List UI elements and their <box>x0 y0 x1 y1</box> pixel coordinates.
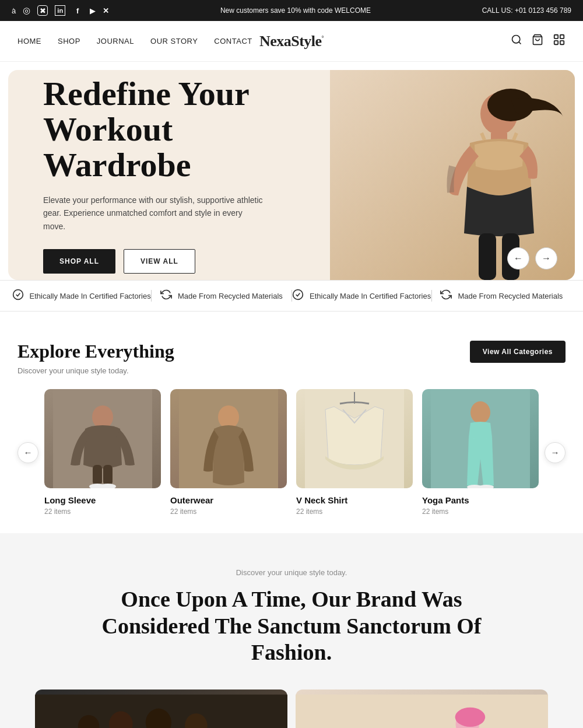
ticker-item-2: Made From Recycled Materials <box>152 289 291 303</box>
shop-all-button[interactable]: SHOP ALL <box>43 249 115 274</box>
svg-rect-36 <box>296 694 548 728</box>
category-count-outerwear: 22 items <box>170 508 287 516</box>
promo-text: New customers save 10% with code WELCOME <box>109 6 482 15</box>
certified-icon-2 <box>292 289 304 303</box>
svg-rect-6 <box>560 41 564 44</box>
facebook-icon[interactable]: f <box>72 5 83 16</box>
recycle-icon-2 <box>440 289 452 303</box>
hero-section: Redefine Your Workout Wardrobe Elevate y… <box>8 70 575 280</box>
svg-rect-3 <box>554 35 558 38</box>
instagram-icon[interactable]: ✖ <box>37 5 48 16</box>
explore-section: Explore Everything View All Categories D… <box>0 312 583 533</box>
hero-title: Redefine Your Workout Wardrobe <box>43 76 276 183</box>
category-carousel: ← <box>17 389 566 516</box>
nav-our-story[interactable]: OUR STORY <box>150 37 198 46</box>
hero-subtitle: Elevate your performance with our stylis… <box>43 194 265 233</box>
category-name-outerwear: Outerwear <box>170 495 287 505</box>
search-icon[interactable] <box>511 34 522 48</box>
brand-story-title: Once Upon A Time, Our Brand Was Consider… <box>93 586 490 666</box>
recycle-icon-1 <box>160 289 172 303</box>
svg-rect-5 <box>554 41 558 44</box>
certified-icon-1 <box>12 289 24 303</box>
top-bar: à ◎ ✖ in f ▶ ✕ New customers save 10% wi… <box>0 0 583 21</box>
svg-rect-11 <box>479 233 496 280</box>
svg-rect-18 <box>103 465 113 485</box>
category-count-vneck: 22 items <box>296 508 413 516</box>
category-count-long-sleeve: 22 items <box>44 508 161 516</box>
category-card-vneck[interactable]: V Neck Shirt 22 items <box>296 389 413 516</box>
nav-links: HOME SHOP JOURNAL OUR STORY CONTACT <box>17 37 252 46</box>
collection-street-fashion[interactable]: STREET FASHION STYLE <box>35 690 287 728</box>
category-card-yoga-pants[interactable]: Yoga Pants 22 items <box>422 389 539 516</box>
view-all-categories-button[interactable]: View All Categories <box>470 341 566 363</box>
collection-images: STREET FASHION STYLE <box>17 690 566 728</box>
view-all-button[interactable]: VIEW ALL <box>124 249 195 274</box>
instagram-icon[interactable]: ◎ <box>23 5 30 16</box>
hero-content: Redefine Your Workout Wardrobe Elevate y… <box>8 70 311 280</box>
collection-denim[interactable]: DENIM COLLECTION <box>296 690 548 728</box>
brand-story-section: Discover your unique style today. Once U… <box>0 533 583 728</box>
nav-home[interactable]: HOME <box>17 37 41 46</box>
ticker-item-1: Ethically Made In Certified Factories <box>12 289 151 303</box>
nav-shop[interactable]: SHOP <box>58 37 80 46</box>
carousel-next-button[interactable]: → <box>545 442 566 463</box>
category-name-yoga-pants: Yoga Pants <box>422 495 539 505</box>
menu-icon[interactable] <box>553 33 566 49</box>
instagram-icon[interactable]: à <box>12 6 16 15</box>
youtube-icon[interactable]: ▶ <box>90 6 96 15</box>
ticker-item-3: Ethically Made In Certified Factories <box>292 289 431 303</box>
svg-rect-17 <box>93 465 102 485</box>
svg-line-1 <box>519 42 521 44</box>
svg-point-13 <box>13 290 23 300</box>
linkedin-icon[interactable]: in <box>55 5 65 16</box>
contact-info: CALL US: +01 0123 456 789 <box>482 6 571 15</box>
svg-rect-4 <box>560 35 564 38</box>
hero-arrows: ← → <box>507 247 557 270</box>
category-cards: Long Sleeve 22 items Outerwear 22 it <box>44 389 539 516</box>
svg-point-0 <box>512 36 520 43</box>
main-nav: HOME SHOP JOURNAL OUR STORY CONTACT Nexa… <box>0 21 583 62</box>
hero-buttons: SHOP ALL VIEW ALL <box>43 249 276 274</box>
category-name-long-sleeve: Long Sleeve <box>44 495 161 505</box>
svg-point-26 <box>470 401 490 424</box>
carousel-prev-button[interactable]: ← <box>17 442 38 463</box>
ticker-bar: Ethically Made In Certified Factories Ma… <box>0 280 583 312</box>
ticker-item-4: Made From Recycled Materials <box>432 289 571 303</box>
hero-prev-button[interactable]: ← <box>507 247 529 270</box>
nav-contact[interactable]: CONTACT <box>214 37 252 46</box>
svg-point-44 <box>455 708 486 727</box>
explore-title: Explore Everything <box>17 341 174 362</box>
brand-story-label: Discover your unique style today. <box>17 568 566 577</box>
explore-heading-group: Explore Everything <box>17 341 174 362</box>
category-count-yoga-pants: 22 items <box>422 508 539 516</box>
explore-header: Explore Everything View All Categories <box>17 341 566 363</box>
nav-journal[interactable]: JOURNAL <box>97 37 134 46</box>
cart-icon[interactable] <box>532 34 543 48</box>
category-card-outerwear[interactable]: Outerwear 22 items <box>170 389 287 516</box>
svg-point-14 <box>293 290 303 300</box>
nav-icons <box>511 33 566 49</box>
social-links[interactable]: à ◎ ✖ in f ▶ ✕ <box>12 5 109 16</box>
site-logo[interactable]: NexaStyle° <box>259 33 324 50</box>
x-icon[interactable]: ✕ <box>103 6 109 15</box>
hero-next-button[interactable]: → <box>535 247 557 270</box>
explore-subtitle: Discover your unique style today. <box>17 366 566 375</box>
category-name-vneck: V Neck Shirt <box>296 495 413 505</box>
category-card-long-sleeve[interactable]: Long Sleeve 22 items <box>44 389 161 516</box>
